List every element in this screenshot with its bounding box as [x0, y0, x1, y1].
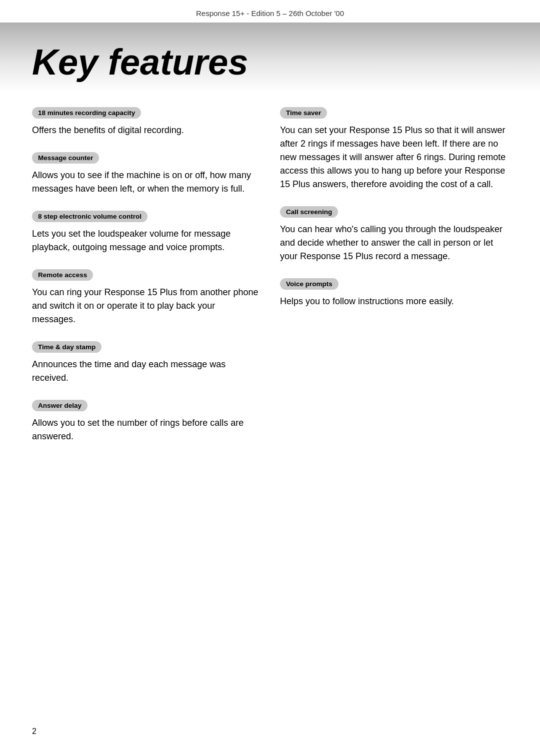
feature-label-left-3: Remote access — [32, 269, 93, 281]
header-text: Response 15+ - Edition 5 – 26th October … — [196, 9, 344, 18]
feature-text-left-4: Announces the time and day each message … — [32, 358, 260, 385]
left-column: 18 minutes recording capacityOffers the … — [32, 107, 260, 458]
right-column: Time saverYou can set your Response 15 P… — [280, 107, 508, 458]
feature-text-left-5: Allows you to set the number of rings be… — [32, 416, 260, 443]
title-section: Key features — [0, 23, 540, 92]
feature-block-left-0: 18 minutes recording capacityOffers the … — [32, 107, 260, 137]
content-area: 18 minutes recording capacityOffers the … — [0, 92, 540, 488]
feature-block-left-1: Message counterAllows you to see if the … — [32, 152, 260, 196]
feature-label-left-2: 8 step electronic volume control — [32, 211, 148, 222]
page-number: 2 — [32, 727, 36, 736]
feature-label-left-1: Message counter — [32, 152, 99, 164]
feature-label-right-0: Time saver — [280, 107, 327, 119]
feature-block-right-2: Voice promptsHelps you to follow instruc… — [280, 278, 508, 308]
feature-label-left-5: Answer delay — [32, 400, 88, 411]
feature-label-left-4: Time & day stamp — [32, 341, 102, 353]
feature-label-left-0: 18 minutes recording capacity — [32, 107, 141, 119]
feature-block-left-4: Time & day stampAnnounces the time and d… — [32, 341, 260, 385]
feature-text-left-2: Lets you set the loudspeaker volume for … — [32, 227, 260, 254]
feature-text-left-0: Offers the benefits of digital recording… — [32, 124, 260, 137]
page: Response 15+ - Edition 5 – 26th October … — [0, 0, 540, 756]
feature-block-left-2: 8 step electronic volume controlLets you… — [32, 211, 260, 254]
feature-block-left-3: Remote accessYou can ring your Response … — [32, 269, 260, 326]
page-title: Key features — [32, 43, 508, 82]
feature-text-left-3: You can ring your Response 15 Plus from … — [32, 286, 260, 326]
feature-label-right-1: Call screening — [280, 206, 338, 218]
page-header: Response 15+ - Edition 5 – 26th October … — [0, 0, 540, 23]
feature-text-right-2: Helps you to follow instructions more ea… — [280, 295, 508, 308]
feature-label-right-2: Voice prompts — [280, 278, 338, 290]
feature-text-left-1: Allows you to see if the machine is on o… — [32, 169, 260, 196]
feature-text-right-0: You can set your Response 15 Plus so tha… — [280, 124, 508, 191]
feature-block-right-0: Time saverYou can set your Response 15 P… — [280, 107, 508, 191]
feature-block-right-1: Call screeningYou can hear who's calling… — [280, 206, 508, 263]
feature-text-right-1: You can hear who's calling you through t… — [280, 223, 508, 263]
feature-block-left-5: Answer delayAllows you to set the number… — [32, 400, 260, 443]
